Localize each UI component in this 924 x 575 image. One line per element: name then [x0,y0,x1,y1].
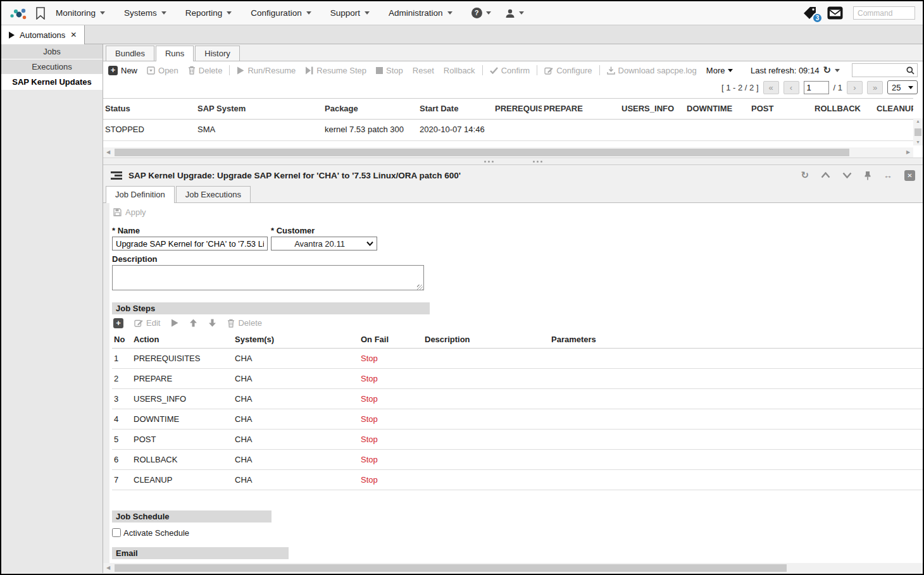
job-step-row[interactable]: 1 PREREQUISITES CHA Stop [112,349,923,369]
download-sapcpe-button[interactable]: Download sapcpe.log [607,66,697,75]
customer-select[interactable]: Avantra 20.11 [271,237,377,250]
col-rollback[interactable]: ROLLBACK [813,99,875,119]
tags-button[interactable]: 3 [802,6,817,20]
runs-vertical-scrollbar[interactable]: ▲ ▼ [913,96,923,158]
step-on-fail: Stop [359,409,423,429]
move-step-down-button[interactable] [208,319,216,327]
prev-page-button[interactable]: ‹ [784,81,799,94]
run-row[interactable]: STOPPED SMA kernel 7.53 patch 300 2020-1… [103,120,913,141]
confirm-button[interactable]: Confirm [490,66,530,75]
rollback-button[interactable]: Rollback [444,66,475,75]
tab-job-executions[interactable]: Job Executions [176,186,251,202]
scroll-right-icon[interactable]: ▶ [903,147,913,158]
reset-button[interactable]: Reset [413,66,434,75]
col-start-date[interactable]: Start Date [418,99,493,119]
run-step-button[interactable] [171,319,178,327]
sidebar-item-sap-kernel-updates[interactable]: SAP Kernel Updates [1,75,103,90]
scroll-down-icon[interactable]: ▼ [916,140,920,145]
bookmark-icon[interactable] [35,7,46,20]
configure-button[interactable]: Configure [544,66,592,75]
main-area: Bundles Runs History + New Open Delete [103,44,923,573]
more-button[interactable]: More [706,66,734,75]
panel-controls: ↻ ↔ ✕ [801,170,915,181]
next-page-button[interactable]: › [847,81,863,94]
col-post[interactable]: POST [749,99,813,119]
job-step-row[interactable]: 4 DOWNTIME CHA Stop [112,409,923,430]
open-button[interactable]: Open [147,66,178,75]
messages-button[interactable] [827,6,843,20]
refresh-icon[interactable]: ↻ [801,171,809,180]
scroll-left-icon[interactable]: ◀ [103,563,113,573]
col-users-info[interactable]: USERS_INFO [620,99,685,119]
scroll-up-icon[interactable]: ▲ [916,119,920,124]
name-customer-row: * Name * Customer Avantra 20.11 [112,221,923,250]
runs-horizontal-scrollbar[interactable]: ◀ ▶ [103,147,913,158]
sidebar-item-executions[interactable]: Executions [1,59,103,75]
job-step-row[interactable]: 3 USERS_INFO CHA Stop [112,389,923,409]
menu-item[interactable]: Configuration [251,8,311,18]
menu-item[interactable]: Monitoring [56,8,105,18]
apply-button[interactable]: Apply [112,203,923,221]
panel-splitter[interactable] [103,158,923,165]
menu-item[interactable]: Administration [389,8,453,18]
add-step-button[interactable]: + [113,318,123,328]
page-size-select[interactable]: 25 [887,80,918,94]
col-prerequisites[interactable]: PREREQUISITES [493,99,542,119]
new-button[interactable]: + New [108,66,137,75]
refresh-options-caret[interactable] [835,69,840,72]
tab-history[interactable]: History [195,46,239,61]
job-step-row[interactable]: 7 CLEANUP CHA Stop [112,470,923,490]
first-page-button[interactable]: « [763,81,779,94]
tab-runs[interactable]: Runs [156,46,194,61]
job-step-row[interactable]: 6 ROLLBACK CHA Stop [112,450,923,470]
col-cleanup[interactable]: CLEANUP [875,99,913,119]
customer-label: * Customer [271,226,377,237]
user-menu[interactable] [505,8,524,18]
resize-horizontal-icon[interactable]: ↔ [883,170,892,180]
resize-grip-icon[interactable] [417,285,423,290]
refresh-icon[interactable]: ↻ [823,66,831,75]
run-resume-button[interactable]: Run/Resume [237,66,296,75]
activate-schedule-checkbox[interactable] [112,528,121,537]
name-input[interactable] [112,237,268,250]
command-input[interactable] [853,6,915,20]
stop-button[interactable]: Stop [376,66,403,75]
col-sap-system[interactable]: SAP System [196,99,323,119]
pin-icon[interactable] [864,171,871,180]
col-status[interactable]: Status [103,99,196,119]
menu-item[interactable]: Support [330,8,370,18]
col-downtime[interactable]: DOWNTIME [685,99,749,119]
scrollbar-thumb[interactable] [115,564,787,572]
col-package[interactable]: Package [323,99,418,119]
col-prepare[interactable]: PREPARE [542,99,620,119]
tab-automations[interactable]: Automations ✕ [1,25,85,44]
sidebar: Jobs Executions SAP Kernel Updates [1,44,103,573]
activate-schedule-row: Activate Schedule [112,526,923,539]
sidebar-item-jobs[interactable]: Jobs [1,44,103,59]
menu-item[interactable]: Reporting [185,8,232,18]
delete-button[interactable]: Delete [188,66,223,75]
job-step-row[interactable]: 5 POST CHA Stop [112,430,923,450]
menu-item[interactable]: Systems [124,8,166,18]
tab-bundles[interactable]: Bundles [106,46,154,61]
page-number-input[interactable] [804,81,829,94]
description-textarea[interactable] [112,265,424,290]
scrollbar-thumb[interactable] [915,128,921,136]
resume-step-button[interactable]: Resume Step [305,66,366,75]
chevron-down-icon [227,11,232,15]
edit-step-button[interactable]: Edit [134,318,160,328]
chevron-down-icon[interactable] [842,172,852,178]
close-panel-icon[interactable]: ✕ [904,170,915,181]
help-menu[interactable]: ? [471,8,491,18]
last-page-button[interactable]: » [867,81,883,94]
delete-step-button[interactable]: Delete [227,318,262,328]
scrollbar-thumb[interactable] [115,149,849,156]
chevron-up-icon[interactable] [821,172,830,178]
search-input[interactable] [855,66,906,75]
scroll-left-icon[interactable]: ◀ [103,147,113,158]
detail-horizontal-scrollbar[interactable]: ◀ [103,563,923,573]
tab-job-definition[interactable]: Job Definition [106,186,175,203]
job-step-row[interactable]: 2 PREPARE CHA Stop [112,369,923,389]
close-tab-icon[interactable]: ✕ [70,30,77,39]
move-step-up-button[interactable] [189,319,197,327]
